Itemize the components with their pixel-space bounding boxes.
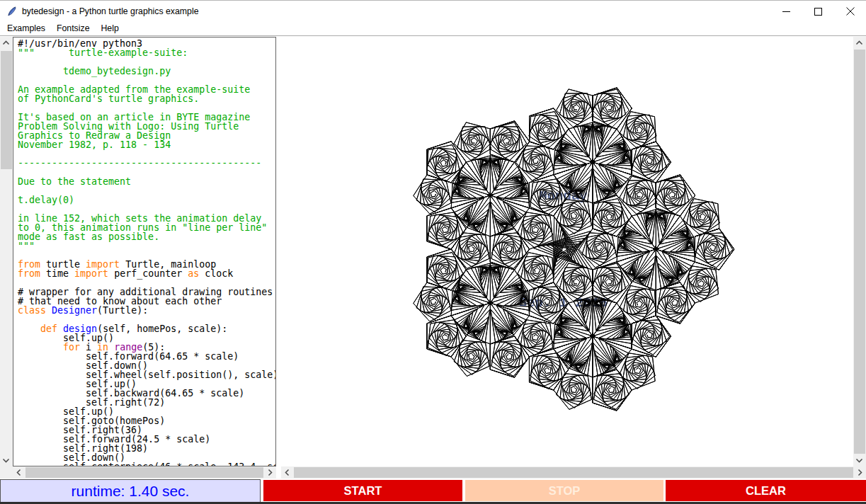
code-hscroll-thumb[interactable] bbox=[25, 467, 263, 478]
title-bar: bytedesign - a Python turtle graphics ex… bbox=[0, 0, 866, 21]
app-icon bbox=[6, 6, 17, 17]
canvas-vertical-scrollbar[interactable] bbox=[853, 37, 866, 466]
source-code-view[interactable]: #!/usr/bin/env python3""" turtle-example… bbox=[13, 37, 276, 466]
code-horizontal-scrollbar[interactable] bbox=[0, 466, 276, 479]
clear-button[interactable]: CLEAR bbox=[666, 480, 866, 501]
stop-button[interactable]: STOP bbox=[465, 480, 663, 501]
minimize-button[interactable] bbox=[770, 1, 802, 22]
scroll-up-icon[interactable] bbox=[853, 37, 865, 49]
window-title: bytedesign - a Python turtle graphics ex… bbox=[22, 6, 199, 16]
scroll-left-icon[interactable] bbox=[281, 466, 293, 479]
scroll-left-icon[interactable] bbox=[13, 466, 25, 479]
scroll-right-icon[interactable] bbox=[264, 466, 276, 479]
code-vscroll-thumb[interactable] bbox=[1, 51, 12, 169]
menu-help[interactable]: Help bbox=[95, 22, 124, 35]
canvas-horizontal-scrollbar[interactable] bbox=[281, 466, 866, 479]
code-content: #!/usr/bin/env python3""" turtle-example… bbox=[13, 38, 275, 466]
runtime-status-label: runtime: 1.40 sec. bbox=[0, 479, 261, 503]
canvas-hscroll-thumb[interactable] bbox=[294, 467, 853, 478]
scroll-up-icon[interactable] bbox=[0, 37, 12, 49]
scroll-right-icon[interactable] bbox=[854, 466, 866, 479]
menu-fontsize[interactable]: Fontsize bbox=[51, 22, 95, 35]
scroll-down-icon[interactable] bbox=[853, 454, 865, 466]
menu-examples[interactable]: Examples bbox=[1, 22, 51, 35]
close-icon bbox=[846, 7, 855, 16]
scroll-down-icon[interactable] bbox=[0, 454, 12, 466]
maximize-button[interactable] bbox=[802, 1, 834, 22]
turtle-drawing bbox=[281, 37, 853, 466]
maximize-icon bbox=[814, 8, 822, 16]
menu-bar: Examples Fontsize Help bbox=[0, 21, 866, 36]
canvas-vscroll-thumb[interactable] bbox=[854, 50, 865, 454]
turtle-canvas bbox=[281, 37, 853, 466]
start-button[interactable]: START bbox=[263, 480, 462, 501]
minimize-icon bbox=[782, 8, 790, 16]
close-button[interactable] bbox=[834, 1, 866, 22]
code-vertical-scrollbar[interactable] bbox=[0, 37, 13, 466]
